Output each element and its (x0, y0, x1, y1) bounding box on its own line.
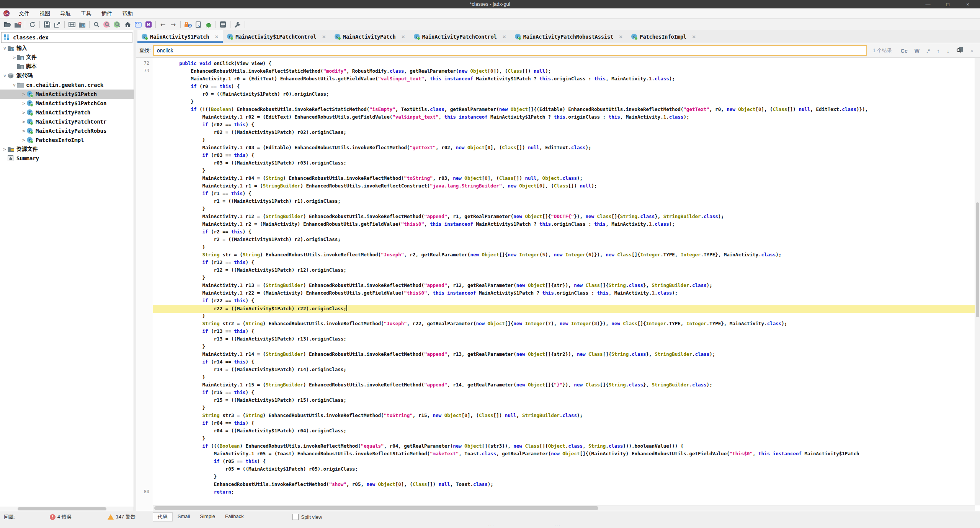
tab-PatchesInfoImpl[interactable]: cPatchesInfoImpl× (627, 30, 700, 43)
chevron-right-icon[interactable]: > (21, 110, 27, 115)
chevron-right-icon[interactable]: > (21, 138, 27, 143)
log-viewer-icon[interactable] (218, 20, 228, 29)
chevron-right-icon[interactable]: > (21, 119, 27, 124)
code-line[interactable]: if (r0 == this) { (153, 83, 980, 91)
menu-item-3[interactable]: 工具 (76, 10, 96, 16)
regex-button[interactable]: .* (923, 48, 933, 54)
code-line[interactable]: MainActivity.1 r1 = (StringBuilder) Enha… (153, 183, 980, 191)
code-line[interactable]: if (r22 == this) { (153, 298, 980, 305)
tree-item-输入[interactable]: >输入 (0, 44, 134, 53)
sidebar-scroll-thumb[interactable] (18, 507, 106, 510)
menu-item-5[interactable]: 帮助 (117, 10, 138, 16)
menu-item-4[interactable]: 插件 (96, 10, 117, 16)
code-line[interactable]: r0 = ((MainActivity$1Patch) r0).originCl… (153, 91, 980, 99)
code-line[interactable]: MainActivity.1 r0 = (EditText) EnhancedR… (153, 76, 980, 83)
view-tab-代码[interactable]: 代码 (153, 512, 173, 521)
code-line[interactable]: r12 = ((MainActivity$1Patch) r12).origin… (153, 267, 980, 275)
chevron-right-icon[interactable]: > (21, 101, 27, 106)
code-line[interactable]: if (r15 == this) { (153, 389, 980, 397)
code-line[interactable]: String str2 = (String) EnhancedRobustUti… (153, 321, 980, 328)
sync-decompile-icon[interactable] (77, 20, 87, 29)
code-line[interactable]: } (153, 374, 980, 382)
chevron-down-icon[interactable]: > (12, 82, 17, 88)
code-line[interactable]: r2 = ((MainActivity$1Patch) r2).originCl… (153, 236, 980, 244)
export-icon[interactable] (52, 20, 62, 29)
tree-item-脚本[interactable]: 脚本 (0, 62, 134, 71)
tree-item-Summary[interactable]: Summary (0, 154, 134, 163)
code-line[interactable]: } (153, 275, 980, 282)
open-file-icon[interactable] (2, 20, 13, 29)
code-line[interactable]: r13 = ((MainActivity$1Patch) r13).origin… (153, 336, 980, 344)
code-line[interactable]: MainActivity.1 r14 = (StringBuilder) Enh… (153, 351, 980, 359)
tab-MainActivity$1PatchControl[interactable]: cMainActivity$1PatchControl× (223, 30, 330, 43)
tree-item-资源文件[interactable]: >资源文件 (0, 145, 134, 154)
tree-item-MainActivity$1PatchCon[interactable]: >cMainActivity$1PatchCon (0, 99, 134, 108)
code-line[interactable]: if (r03 == this) { (153, 152, 980, 160)
code-line[interactable]: if (r13 == this) { (153, 328, 980, 336)
new-window-icon[interactable] (133, 20, 143, 29)
code-line[interactable]: } (153, 313, 980, 321)
code-line-highlighted[interactable]: r22 = ((MainActivity$1Patch) r22).origin… (153, 305, 980, 313)
tree-item-MainActivityPatchContr[interactable]: >cMainActivityPatchContr (0, 117, 134, 126)
code-line[interactable]: r04 = ((MainActivity$1Patch) r04).origin… (153, 428, 980, 435)
tab-MainActivityPatch[interactable]: cMainActivityPatch× (330, 30, 410, 43)
code-line[interactable]: } (153, 99, 980, 106)
chevron-right-icon[interactable]: > (21, 129, 27, 134)
forward-icon[interactable]: → (168, 20, 178, 29)
tab-MainActivity$1Patch[interactable]: cMainActivity$1Patch× (137, 30, 223, 43)
search-input[interactable]: onclick (153, 45, 867, 56)
view-tab-Fallback[interactable]: Fallback (220, 512, 248, 521)
code-line[interactable]: if (r14 == this) { (153, 359, 980, 367)
main-activity-icon[interactable] (122, 20, 133, 29)
code-line[interactable]: MainActivity.1 r03 = (Editable) Enhanced… (153, 145, 980, 152)
class-search-icon[interactable] (102, 20, 112, 29)
tab-close-icon[interactable]: × (214, 34, 219, 39)
deobfuscation-icon[interactable] (183, 20, 193, 29)
code-line[interactable]: public void onClick(View view) { (153, 60, 980, 68)
menu-item-1[interactable]: 视图 (34, 10, 55, 16)
close-search-button[interactable]: × (967, 47, 977, 54)
code-line[interactable]: } (153, 344, 980, 351)
code-line[interactable]: r15 = ((MainActivity$1Patch) r15).origin… (153, 397, 980, 405)
menu-item-2[interactable]: 导航 (55, 10, 76, 16)
code-line[interactable]: r05 = ((MainActivity$1Patch) r05).origin… (153, 466, 980, 474)
tab-close-icon[interactable]: × (401, 34, 405, 39)
code-line[interactable]: r14 = ((MainActivity$1Patch) r14).origin… (153, 367, 980, 374)
code-line[interactable]: } (153, 474, 980, 481)
code-line[interactable]: if (r05 == this) { (153, 458, 980, 466)
mappings-icon[interactable]: M (143, 20, 154, 29)
maximize-button[interactable]: □ (938, 2, 958, 7)
code-line[interactable]: r03 = ((MainActivity$1Patch) r03).origin… (153, 160, 980, 168)
chevron-right-icon[interactable]: > (2, 147, 8, 152)
code-line[interactable]: MainActivity.1 r15 = (StringBuilder) Enh… (153, 382, 980, 389)
prev-match-button[interactable]: ↑ (933, 47, 943, 54)
close-button[interactable]: × (958, 2, 978, 7)
chevron-down-icon[interactable]: > (2, 73, 7, 79)
code-line[interactable]: if (!((Boolean) EnhancedRobustUtils.invo… (153, 106, 980, 114)
code-line[interactable]: } (153, 137, 980, 145)
device-icon[interactable] (193, 20, 203, 29)
code-line[interactable]: } (153, 168, 980, 175)
tree-item-PatchesInfoImpl[interactable]: >cPatchesInfoImpl (0, 135, 134, 145)
view-tab-Simple[interactable]: Simple (195, 512, 220, 521)
warnings-count[interactable]: 147 警告 (116, 513, 135, 520)
menu-item-0[interactable]: 文件 (14, 10, 34, 16)
tree-item-MainActivity$1Patch[interactable]: >cMainActivity$1Patch (0, 90, 134, 99)
code-line[interactable]: MainActivity.1 r05 = (Toast) EnhancedRob… (153, 451, 980, 458)
back-icon[interactable]: ← (158, 20, 168, 29)
chevron-down-icon[interactable]: > (2, 45, 7, 51)
code-line[interactable]: return; (153, 489, 980, 497)
code-line[interactable]: r1 = ((MainActivity$1Patch) r1).originCl… (153, 198, 980, 206)
code-line[interactable]: EnhancedRobustUtils.invokeReflectMethod(… (153, 481, 980, 489)
tab-close-icon[interactable]: × (502, 34, 506, 39)
code-line[interactable]: MainActivity.1 r2 = (MainActivity) Enhan… (153, 221, 980, 229)
code-line[interactable]: if (r12 == this) { (153, 259, 980, 267)
fit-window-icon[interactable] (67, 20, 77, 29)
code-line[interactable]: if (r04 == this) { (153, 420, 980, 428)
code-vertical-scrollbar[interactable] (975, 58, 980, 505)
tree-item-MainActivityPatchRobus[interactable]: >cMainActivityPatchRobus (0, 126, 134, 135)
tab-close-icon[interactable]: × (692, 34, 696, 39)
vertical-scroll-thumb[interactable] (976, 202, 979, 317)
view-tab-Smali[interactable]: Smali (173, 512, 195, 521)
errors-count[interactable]: 4 错误 (57, 513, 72, 520)
